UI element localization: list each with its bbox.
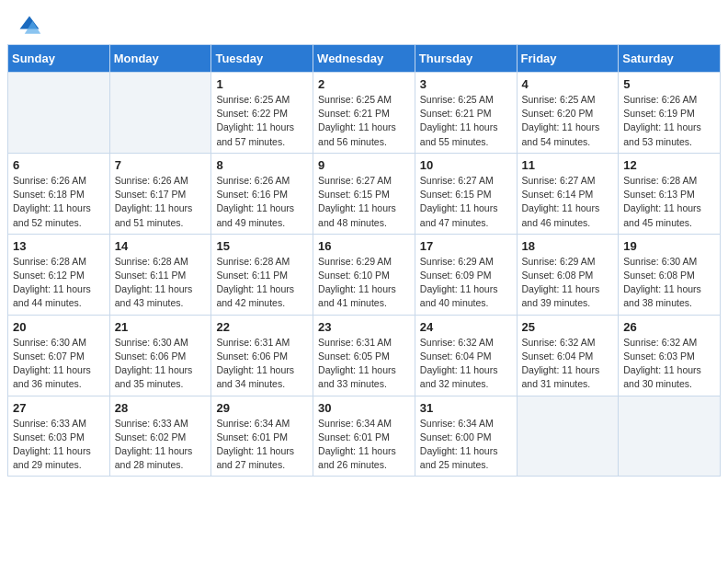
day-number: 4 xyxy=(522,77,614,91)
day-info: Sunrise: 6:25 AMSunset: 6:20 PMDaylight:… xyxy=(522,93,614,149)
day-info: Sunrise: 6:33 AMSunset: 6:03 PMDaylight:… xyxy=(13,417,105,473)
day-info: Sunrise: 6:27 AMSunset: 6:15 PMDaylight:… xyxy=(318,174,410,230)
day-number: 15 xyxy=(216,239,308,253)
day-header-thursday: Thursday xyxy=(415,45,517,73)
calendar-cell: 8Sunrise: 6:26 AMSunset: 6:16 PMDaylight… xyxy=(211,153,313,234)
calendar-wrapper: SundayMondayTuesdayWednesdayThursdayFrid… xyxy=(0,44,728,484)
calendar-cell xyxy=(8,73,110,154)
day-info: Sunrise: 6:30 AMSunset: 6:08 PMDaylight:… xyxy=(623,255,715,311)
day-info: Sunrise: 6:28 AMSunset: 6:11 PMDaylight:… xyxy=(216,255,308,311)
calendar-cell: 9Sunrise: 6:27 AMSunset: 6:15 PMDaylight… xyxy=(313,153,415,234)
calendar-header-row: SundayMondayTuesdayWednesdayThursdayFrid… xyxy=(8,45,721,73)
calendar-cell: 6Sunrise: 6:26 AMSunset: 6:18 PMDaylight… xyxy=(8,153,110,234)
day-number: 27 xyxy=(13,401,105,415)
day-info: Sunrise: 6:29 AMSunset: 6:08 PMDaylight:… xyxy=(522,255,614,311)
calendar-cell: 26Sunrise: 6:32 AMSunset: 6:03 PMDayligh… xyxy=(619,315,721,396)
day-info: Sunrise: 6:32 AMSunset: 6:03 PMDaylight:… xyxy=(623,336,715,392)
calendar-cell: 16Sunrise: 6:29 AMSunset: 6:10 PMDayligh… xyxy=(313,234,415,315)
day-info: Sunrise: 6:26 AMSunset: 6:18 PMDaylight:… xyxy=(13,174,105,230)
day-number: 12 xyxy=(623,158,715,172)
day-info: Sunrise: 6:28 AMSunset: 6:11 PMDaylight:… xyxy=(115,255,207,311)
calendar-week-row: 1Sunrise: 6:25 AMSunset: 6:22 PMDaylight… xyxy=(8,73,721,154)
calendar-cell: 20Sunrise: 6:30 AMSunset: 6:07 PMDayligh… xyxy=(8,315,110,396)
day-number: 2 xyxy=(318,77,410,91)
calendar-cell: 25Sunrise: 6:32 AMSunset: 6:04 PMDayligh… xyxy=(517,315,619,396)
logo-icon xyxy=(17,13,42,39)
day-info: Sunrise: 6:27 AMSunset: 6:15 PMDaylight:… xyxy=(420,174,512,230)
day-number: 30 xyxy=(318,401,410,415)
calendar-cell: 3Sunrise: 6:25 AMSunset: 6:21 PMDaylight… xyxy=(415,73,517,154)
day-info: Sunrise: 6:26 AMSunset: 6:17 PMDaylight:… xyxy=(115,174,207,230)
day-number: 10 xyxy=(420,158,512,172)
day-info: Sunrise: 6:34 AMSunset: 6:01 PMDaylight:… xyxy=(216,417,308,473)
day-number: 18 xyxy=(522,239,614,253)
calendar-week-row: 6Sunrise: 6:26 AMSunset: 6:18 PMDaylight… xyxy=(8,153,721,234)
day-header-wednesday: Wednesday xyxy=(313,45,415,73)
calendar-cell: 22Sunrise: 6:31 AMSunset: 6:06 PMDayligh… xyxy=(211,315,313,396)
calendar-cell: 23Sunrise: 6:31 AMSunset: 6:05 PMDayligh… xyxy=(313,315,415,396)
day-number: 11 xyxy=(522,158,614,172)
day-info: Sunrise: 6:31 AMSunset: 6:05 PMDaylight:… xyxy=(318,336,410,392)
day-number: 8 xyxy=(216,158,308,172)
calendar-cell: 5Sunrise: 6:26 AMSunset: 6:19 PMDaylight… xyxy=(619,73,721,154)
calendar-cell: 27Sunrise: 6:33 AMSunset: 6:03 PMDayligh… xyxy=(8,396,110,477)
calendar-table: SundayMondayTuesdayWednesdayThursdayFrid… xyxy=(7,44,721,477)
calendar-cell: 10Sunrise: 6:27 AMSunset: 6:15 PMDayligh… xyxy=(415,153,517,234)
day-info: Sunrise: 6:30 AMSunset: 6:07 PMDaylight:… xyxy=(13,336,105,392)
calendar-cell: 29Sunrise: 6:34 AMSunset: 6:01 PMDayligh… xyxy=(211,396,313,477)
calendar-cell: 12Sunrise: 6:28 AMSunset: 6:13 PMDayligh… xyxy=(619,153,721,234)
day-number: 1 xyxy=(216,77,308,91)
calendar-cell: 7Sunrise: 6:26 AMSunset: 6:17 PMDaylight… xyxy=(109,153,211,234)
calendar-cell xyxy=(109,73,211,154)
day-info: Sunrise: 6:29 AMSunset: 6:10 PMDaylight:… xyxy=(318,255,410,311)
calendar-cell: 4Sunrise: 6:25 AMSunset: 6:20 PMDaylight… xyxy=(517,73,619,154)
day-number: 19 xyxy=(623,239,715,253)
calendar-cell xyxy=(619,396,721,477)
day-header-tuesday: Tuesday xyxy=(211,45,313,73)
day-number: 9 xyxy=(318,158,410,172)
calendar-cell: 14Sunrise: 6:28 AMSunset: 6:11 PMDayligh… xyxy=(109,234,211,315)
page-header xyxy=(0,0,728,44)
day-info: Sunrise: 6:29 AMSunset: 6:09 PMDaylight:… xyxy=(420,255,512,311)
calendar-cell: 19Sunrise: 6:30 AMSunset: 6:08 PMDayligh… xyxy=(619,234,721,315)
day-number: 14 xyxy=(115,239,207,253)
day-info: Sunrise: 6:33 AMSunset: 6:02 PMDaylight:… xyxy=(115,417,207,473)
day-info: Sunrise: 6:32 AMSunset: 6:04 PMDaylight:… xyxy=(420,336,512,392)
day-info: Sunrise: 6:25 AMSunset: 6:21 PMDaylight:… xyxy=(420,93,512,149)
day-number: 25 xyxy=(522,320,614,334)
calendar-cell: 2Sunrise: 6:25 AMSunset: 6:21 PMDaylight… xyxy=(313,73,415,154)
calendar-week-row: 13Sunrise: 6:28 AMSunset: 6:12 PMDayligh… xyxy=(8,234,721,315)
day-info: Sunrise: 6:31 AMSunset: 6:06 PMDaylight:… xyxy=(216,336,308,392)
day-number: 5 xyxy=(623,77,715,91)
calendar-cell: 1Sunrise: 6:25 AMSunset: 6:22 PMDaylight… xyxy=(211,73,313,154)
calendar-cell: 17Sunrise: 6:29 AMSunset: 6:09 PMDayligh… xyxy=(415,234,517,315)
day-number: 22 xyxy=(216,320,308,334)
day-number: 16 xyxy=(318,239,410,253)
day-number: 21 xyxy=(115,320,207,334)
day-header-saturday: Saturday xyxy=(619,45,721,73)
day-info: Sunrise: 6:28 AMSunset: 6:12 PMDaylight:… xyxy=(13,255,105,311)
calendar-cell: 21Sunrise: 6:30 AMSunset: 6:06 PMDayligh… xyxy=(109,315,211,396)
calendar-cell: 18Sunrise: 6:29 AMSunset: 6:08 PMDayligh… xyxy=(517,234,619,315)
calendar-week-row: 20Sunrise: 6:30 AMSunset: 6:07 PMDayligh… xyxy=(8,315,721,396)
day-number: 24 xyxy=(420,320,512,334)
day-number: 3 xyxy=(420,77,512,91)
calendar-cell: 15Sunrise: 6:28 AMSunset: 6:11 PMDayligh… xyxy=(211,234,313,315)
calendar-cell: 30Sunrise: 6:34 AMSunset: 6:01 PMDayligh… xyxy=(313,396,415,477)
day-info: Sunrise: 6:27 AMSunset: 6:14 PMDaylight:… xyxy=(522,174,614,230)
day-info: Sunrise: 6:34 AMSunset: 6:00 PMDaylight:… xyxy=(420,417,512,473)
calendar-cell: 28Sunrise: 6:33 AMSunset: 6:02 PMDayligh… xyxy=(109,396,211,477)
calendar-week-row: 27Sunrise: 6:33 AMSunset: 6:03 PMDayligh… xyxy=(8,396,721,477)
day-info: Sunrise: 6:32 AMSunset: 6:04 PMDaylight:… xyxy=(522,336,614,392)
day-number: 31 xyxy=(420,401,512,415)
calendar-cell: 11Sunrise: 6:27 AMSunset: 6:14 PMDayligh… xyxy=(517,153,619,234)
calendar-cell xyxy=(517,396,619,477)
day-number: 26 xyxy=(623,320,715,334)
logo xyxy=(17,13,46,39)
day-info: Sunrise: 6:30 AMSunset: 6:06 PMDaylight:… xyxy=(115,336,207,392)
calendar-cell: 13Sunrise: 6:28 AMSunset: 6:12 PMDayligh… xyxy=(8,234,110,315)
calendar-cell: 31Sunrise: 6:34 AMSunset: 6:00 PMDayligh… xyxy=(415,396,517,477)
day-header-friday: Friday xyxy=(517,45,619,73)
day-info: Sunrise: 6:25 AMSunset: 6:22 PMDaylight:… xyxy=(216,93,308,149)
day-header-monday: Monday xyxy=(109,45,211,73)
